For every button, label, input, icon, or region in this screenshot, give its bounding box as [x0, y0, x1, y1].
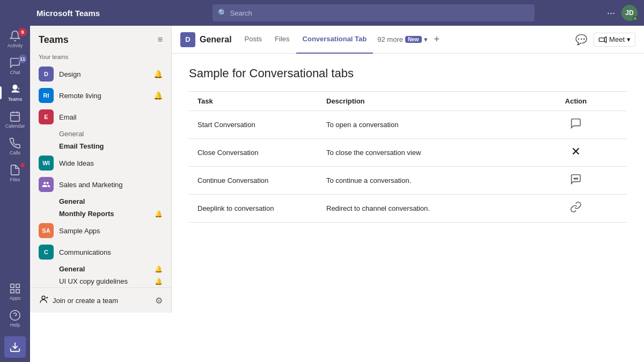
nav-calls-label: Calls	[10, 150, 20, 156]
svg-rect-4	[11, 284, 14, 287]
svg-point-19	[575, 178, 576, 179]
channel-header-actions: 💬 Meet ▾	[575, 33, 635, 47]
new-badge: New	[405, 36, 422, 43]
monthly-reports-bell[interactable]: 🔔	[155, 210, 163, 218]
sidebar-item-remote-living[interactable]: RI Remote living ··· 🔔	[30, 85, 171, 106]
nav-calls[interactable]: Calls	[0, 133, 30, 160]
channel-monthly-reports-name: Monthly Reports	[59, 210, 114, 218]
join-create-team[interactable]: Join or create a team ⚙	[30, 287, 171, 313]
channel-email-testing[interactable]: Email Testing	[30, 140, 171, 152]
tab-files[interactable]: Files	[268, 26, 296, 54]
nav-help-label: Help	[10, 322, 20, 328]
meet-button[interactable]: Meet ▾	[594, 33, 635, 47]
activity-badge: 9	[18, 28, 27, 36]
filter-icon[interactable]: ≡	[158, 35, 163, 45]
svg-rect-0	[11, 113, 20, 122]
email-avatar: E	[39, 109, 54, 124]
meet-label: Meet	[609, 35, 625, 43]
channel-email-testing-name: Email Testing	[59, 142, 104, 150]
app-title-bar: Microsoft Teams	[30, 0, 172, 26]
nav-activity[interactable]: 9 Activity	[0, 26, 30, 53]
remote-living-bell[interactable]: 🔔	[153, 91, 163, 100]
main-content: 🔍 Search ··· JD D General Posts Files Co…	[172, 0, 644, 362]
wide-ideas-avatar: WI	[39, 156, 54, 171]
task-close: Close Conversation	[189, 139, 318, 167]
sample-apps-avatar: SA	[39, 223, 54, 238]
remote-living-name: Remote living	[59, 92, 144, 100]
top-bar: 🔍 Search ··· JD	[172, 0, 644, 26]
sample-apps-name: Sample Apps	[59, 227, 153, 235]
nav-apps[interactable]: Apps	[0, 278, 30, 305]
sidebar-item-wide-ideas[interactable]: WI Wide Ideas ···	[30, 152, 171, 174]
design-name: Design	[59, 70, 144, 78]
more-tabs-count: 92 more	[377, 35, 403, 43]
channel-email-general[interactable]: General	[30, 128, 171, 140]
svg-point-20	[577, 178, 578, 179]
nav-chat[interactable]: 11 Chat	[0, 53, 30, 79]
top-bar-right: ··· JD	[607, 5, 638, 21]
action-close[interactable]	[525, 139, 627, 167]
col-description: Description	[318, 92, 525, 111]
nav-help[interactable]: Help	[0, 305, 30, 332]
task-start: Start Conversation	[189, 111, 318, 139]
more-tabs-chevron: ▾	[424, 35, 428, 43]
nav-icon-bar: 9 Activity 11 Chat Teams Calendar Calls …	[0, 0, 30, 362]
action-deeplink[interactable]	[525, 195, 627, 223]
search-placeholder: Search	[230, 9, 252, 17]
tab-nav: Posts Files Conversational Tab 92 more N…	[238, 26, 576, 54]
channel-comms-general[interactable]: General 🔔	[30, 263, 171, 275]
col-action: Action	[525, 92, 627, 111]
table-row: Deeplink to conversation Redirect to cha…	[189, 195, 627, 223]
sidebar-item-sample-apps[interactable]: SA Sample Apps ···	[30, 220, 171, 241]
channel-monthly-reports[interactable]: Monthly Reports 🔔	[30, 208, 171, 220]
chat-action[interactable]: 💬	[575, 34, 587, 46]
top-ellipsis[interactable]: ···	[607, 8, 615, 19]
channel-uiux[interactable]: UI UX copy guidelines 🔔	[30, 275, 171, 287]
nav-teams[interactable]: Teams	[0, 79, 30, 106]
nav-teams-label: Teams	[8, 97, 23, 102]
comms-name: Communications	[59, 248, 153, 256]
content-area: Sample for Conversational tabs Task Desc…	[172, 54, 644, 362]
sidebar-item-communications[interactable]: C Communications ···	[30, 241, 171, 263]
svg-rect-14	[599, 38, 604, 41]
user-avatar[interactable]: JD	[621, 5, 638, 21]
uiux-bell[interactable]: 🔔	[155, 278, 163, 285]
sidebar-item-email[interactable]: E Email ···	[30, 106, 171, 128]
nav-download[interactable]	[4, 336, 26, 358]
desc-close: To close the conversation view	[318, 139, 525, 167]
action-continue[interactable]	[525, 167, 627, 195]
more-tabs[interactable]: 92 more New ▾	[373, 35, 431, 43]
your-teams-label: Your teams	[30, 51, 171, 63]
email-name: Email	[59, 113, 153, 121]
sidebar-item-sales-marketing[interactable]: Sales and Marketing ···	[30, 174, 171, 195]
tab-posts[interactable]: Posts	[238, 26, 269, 54]
files-badge-dot	[20, 163, 25, 167]
tab-conversational[interactable]: Conversational Tab	[296, 26, 374, 54]
channel-sales-general-name: General	[59, 197, 85, 205]
sidebar-title: Teams	[39, 34, 69, 46]
wide-ideas-name: Wide Ideas	[59, 159, 153, 167]
channel-header: D General Posts Files Conversational Tab…	[172, 26, 644, 54]
channel-email-general-name: General	[59, 130, 84, 138]
table-header-row: Task Description Action	[189, 92, 627, 111]
channel-sales-general[interactable]: General	[30, 195, 171, 208]
nav-calendar[interactable]: Calendar	[0, 106, 30, 133]
sidebar-item-design[interactable]: D Design ··· 🔔	[30, 63, 171, 85]
channel-uiux-name: UI UX copy guidelines	[59, 277, 128, 285]
nav-files[interactable]: Files	[0, 160, 30, 187]
comms-general-bell[interactable]: 🔔	[155, 265, 163, 273]
search-box[interactable]: 🔍 Search	[213, 4, 535, 21]
data-table: Task Description Action Start Conversati…	[189, 91, 627, 223]
svg-marker-15	[604, 36, 606, 42]
page-title: Sample for Conversational tabs	[189, 67, 627, 80]
design-avatar: D	[39, 67, 54, 82]
add-tab-button[interactable]: +	[434, 34, 440, 45]
join-icon	[39, 294, 48, 306]
settings-icon[interactable]: ⚙	[155, 295, 163, 306]
channel-name: General	[200, 35, 232, 45]
nav-chat-label: Chat	[10, 70, 20, 75]
action-start[interactable]	[525, 111, 627, 139]
svg-point-8	[10, 311, 20, 320]
design-bell[interactable]: 🔔	[153, 70, 163, 78]
table-row: Continue Conversation To continue a conv…	[189, 167, 627, 195]
